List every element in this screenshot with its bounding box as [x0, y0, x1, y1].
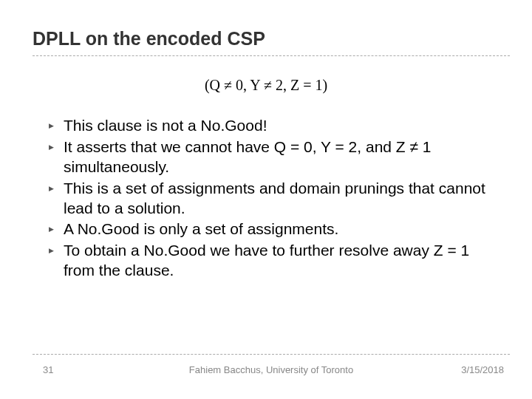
formula-text: (Q ≠ 0, Y ≠ 2, Z = 1) — [0, 77, 532, 94]
list-item: This is a set of assignments and domain … — [49, 179, 488, 219]
list-item: This clause is not a No.Good! — [49, 116, 488, 136]
slide-title: DPLL on the encoded CSP — [0, 0, 532, 55]
list-item: A No.Good is only a set of assignments. — [49, 219, 488, 239]
list-item: It asserts that we cannot have Q = 0, Y … — [49, 137, 488, 177]
title-underline — [33, 55, 510, 56]
bullet-list: This clause is not a No.Good! It asserts… — [0, 116, 532, 281]
footer-line — [33, 354, 510, 355]
footer-center: Fahiem Bacchus, University of Toronto — [33, 364, 510, 375]
list-item: To obtain a No.Good we have to further r… — [49, 241, 488, 281]
footer: 31 Fahiem Bacchus, University of Toronto… — [33, 364, 510, 375]
